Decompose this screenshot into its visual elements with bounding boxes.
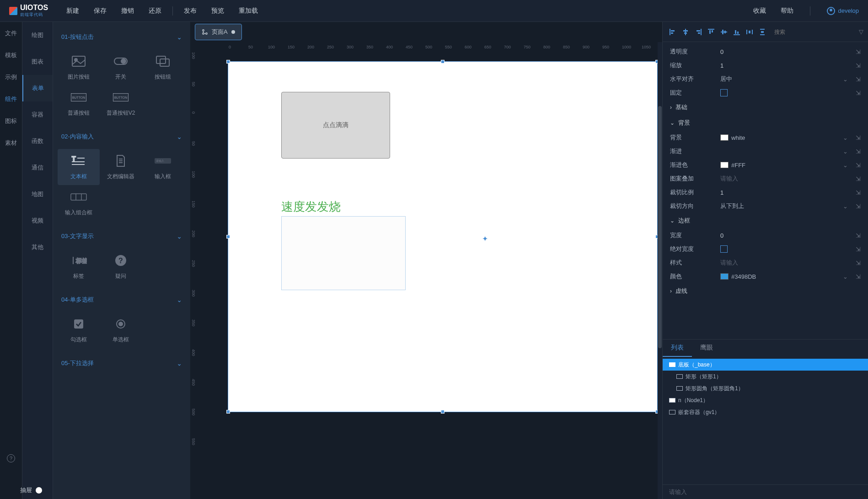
menu-new[interactable]: 新建 — [66, 7, 79, 15]
prop-section-背景[interactable]: ⌄背景 — [663, 115, 868, 131]
help-icon[interactable]: ? — [7, 454, 15, 462]
cat-other[interactable]: 其他 — [22, 234, 53, 260]
distribute-h-icon[interactable] — [744, 27, 755, 37]
prop-input[interactable]: 请输入 — [720, 259, 852, 267]
link-icon[interactable]: ⇲ — [852, 62, 861, 69]
hierarchy-item[interactable]: 嵌套容器（gv1） — [663, 406, 868, 418]
menu-favorite[interactable]: 收藏 — [753, 7, 766, 15]
prop-select[interactable]: ⌄ — [720, 148, 852, 155]
scrollbar-vertical[interactable] — [658, 42, 662, 499]
menu-preview[interactable]: 预览 — [211, 7, 224, 15]
section-header[interactable]: 04-单多选框⌃ — [53, 288, 190, 308]
component-item[interactable]: 图片按钮 — [58, 49, 100, 85]
section-header[interactable]: 01-按钮点击⌃ — [53, 26, 190, 46]
align-center-h-icon[interactable] — [680, 27, 691, 37]
prop-value[interactable]: 0 — [720, 48, 852, 55]
component-item[interactable]: ?疑问 — [100, 249, 142, 285]
component-item[interactable]: BUTTON普通按钮 — [58, 85, 100, 122]
cat-container[interactable]: 容器 — [22, 101, 53, 128]
component-item[interactable]: 文档编辑器 — [100, 149, 142, 185]
shape-textbox[interactable] — [281, 216, 406, 290]
link-icon[interactable]: ⇲ — [852, 175, 861, 182]
prop-value[interactable]: 0 — [720, 232, 852, 239]
props-search-input[interactable] — [774, 29, 853, 35]
section-header[interactable]: 05-下拉选择⌃ — [53, 352, 190, 372]
menu-save[interactable]: 保存 — [94, 7, 107, 15]
align-left-icon[interactable] — [667, 27, 678, 37]
tab-eagle-eye[interactable]: 鹰眼 — [692, 340, 721, 357]
prop-select[interactable]: 居中⌄ — [720, 75, 852, 83]
cat-chart[interactable]: 图表 — [22, 48, 53, 75]
rail-material[interactable]: 素材 — [5, 139, 17, 147]
prop-value[interactable]: 1 — [720, 189, 852, 196]
rail-icon[interactable]: 图标 — [5, 117, 17, 125]
rail-file[interactable]: 文件 — [5, 29, 17, 37]
component-item[interactable]: 标签标签 — [58, 249, 100, 285]
distribute-v-icon[interactable] — [757, 27, 768, 37]
rail-example[interactable]: 示例 — [5, 73, 17, 81]
prop-color[interactable]: white⌄ — [720, 134, 852, 141]
component-item[interactable]: T文本框 — [58, 149, 100, 185]
hierarchy-item[interactable]: 矩形圆角（矩形圆角1） — [663, 382, 868, 394]
shape-text[interactable]: 速度发发烧 — [281, 199, 341, 215]
selection-handle[interactable] — [226, 60, 230, 64]
canvas-viewport[interactable]: 点点滴滴 速度发发烧 ✦ — [202, 52, 662, 499]
menu-reload[interactable]: 重加载 — [239, 7, 258, 15]
component-item[interactable]: 按钮组 — [142, 49, 184, 85]
drawer-toggle[interactable]: 抽屉 — [20, 486, 42, 494]
component-item[interactable]: BUTTON普通按钮V2 — [100, 85, 142, 122]
selection-handle[interactable] — [226, 410, 230, 414]
link-icon[interactable]: ⇲ — [852, 189, 861, 196]
link-icon[interactable]: ⇲ — [852, 90, 861, 96]
cat-function[interactable]: 函数 — [22, 128, 53, 154]
cat-form[interactable]: 表单 — [22, 75, 53, 101]
filter-icon[interactable]: ▽ — [859, 28, 863, 35]
link-icon[interactable]: ⇲ — [852, 203, 861, 210]
prop-section-基础[interactable]: ›基础 — [663, 100, 868, 115]
menu-undo[interactable]: 撤销 — [121, 7, 134, 15]
link-icon[interactable]: ⇲ — [852, 148, 861, 155]
prop-input[interactable]: 请输入 — [720, 175, 852, 183]
align-top-icon[interactable] — [706, 27, 717, 37]
prop-color[interactable]: #3498DB⌄ — [720, 273, 852, 280]
link-icon[interactable]: ⇲ — [852, 48, 861, 55]
scrollbar-thumb[interactable] — [658, 106, 662, 348]
hierarchy-item[interactable]: 底板（_base） — [663, 359, 868, 371]
link-icon[interactable]: ⇲ — [852, 232, 861, 239]
menu-help[interactable]: 帮助 — [781, 7, 793, 15]
link-icon[interactable]: ⇲ — [852, 273, 861, 280]
component-item[interactable]: 勾选框 — [58, 312, 100, 348]
link-icon[interactable]: ⇲ — [852, 76, 861, 83]
shape-rounded-rect[interactable]: 点点滴滴 — [281, 92, 390, 159]
rail-component[interactable]: 组件 — [5, 95, 17, 103]
prop-color[interactable]: #FFF⌄ — [720, 162, 852, 169]
checkbox[interactable] — [720, 89, 728, 96]
menu-publish[interactable]: 发布 — [184, 7, 197, 15]
selection-handle[interactable] — [441, 410, 445, 414]
section-header[interactable]: 03-文字显示⌃ — [53, 225, 190, 245]
align-center-v-icon[interactable] — [718, 27, 729, 37]
artboard[interactable]: 点点滴滴 速度发发烧 ✦ — [228, 61, 658, 412]
component-item[interactable]: 输入组合框 — [58, 185, 100, 221]
section-header[interactable]: 02-内容输入⌃ — [53, 125, 190, 145]
selection-handle[interactable] — [441, 60, 445, 64]
rail-template[interactable]: 模板 — [5, 51, 17, 59]
selection-handle[interactable] — [226, 235, 230, 239]
hierarchy-item[interactable]: n（Node1） — [663, 394, 868, 406]
prop-select[interactable]: 从下到上⌄ — [720, 202, 852, 210]
canvas-tab-active[interactable]: 页面A — [195, 24, 242, 40]
prop-section-边框[interactable]: ⌄边框 — [663, 213, 868, 228]
hierarchy-item[interactable]: 矩形（矩形1） — [663, 371, 868, 382]
link-icon[interactable]: ⇲ — [852, 246, 861, 253]
link-icon[interactable]: ⇲ — [852, 260, 861, 266]
align-bottom-icon[interactable] — [731, 27, 742, 37]
prop-value[interactable]: 1 — [720, 62, 852, 69]
user-info[interactable]: develop — [827, 7, 859, 15]
link-icon[interactable]: ⇲ — [852, 162, 861, 169]
link-icon[interactable]: ⇲ — [852, 134, 861, 141]
prop-section-虚线[interactable]: ›虚线 — [663, 283, 868, 299]
component-item[interactable]: 单选框 — [100, 312, 142, 348]
cat-video[interactable]: 视频 — [22, 207, 53, 234]
component-item[interactable]: 开关 — [100, 49, 142, 85]
checkbox[interactable] — [720, 245, 728, 253]
